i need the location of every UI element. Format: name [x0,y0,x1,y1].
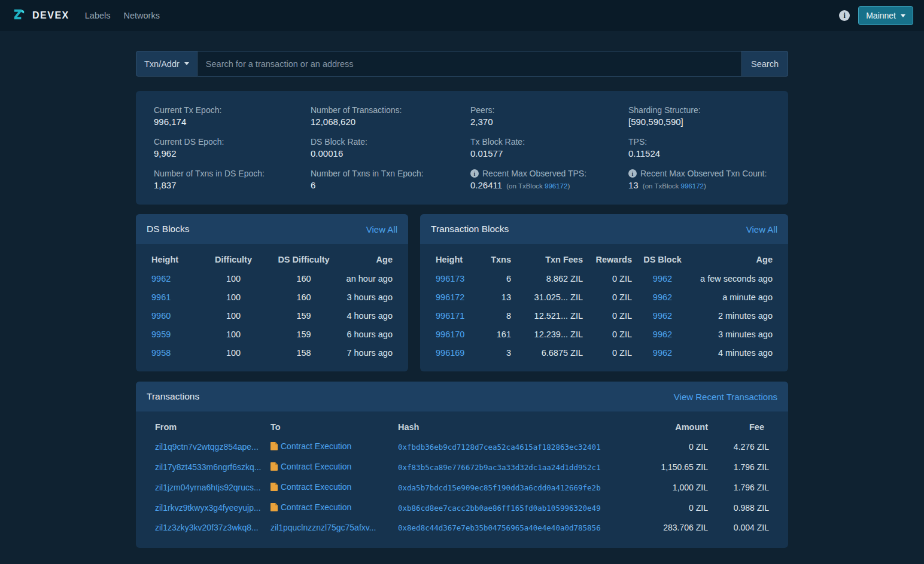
cell-age: 4 minutes ago [688,343,777,362]
ds-block-height-link[interactable]: 9960 [151,311,171,321]
table-row: zil1q9ctn7v2wtqgz854ape... Contract Exec… [150,437,774,457]
ds-block-link[interactable]: 9962 [653,292,672,302]
contract-file-icon [270,503,278,513]
tx-block-height-link[interactable]: 996172 [436,292,464,302]
ds-blocks-table: Height Difficulty DS Difficulty Age 9962… [147,249,397,362]
txn-hash-link[interactable]: 0xda5b7bdcd15e909ec85f190dd3a6cdd0a41266… [398,483,601,492]
table-row: 9959 100 159 6 hours ago [147,325,397,343]
cell-difficulty: 100 [200,306,266,325]
stat-sharding-structure: Sharding Structure: [590,590,590] [628,105,770,127]
transaction-blocks-table: Height Txns Txn Fees Rewards DS Block Ag… [431,249,777,362]
to-contract-link[interactable]: Contract Execution [281,462,351,471]
transaction-blocks-view-all-link[interactable]: View All [746,224,777,234]
stat-number-of-transactions: Number of Transactions: 12,068,620 [311,105,470,127]
cell-amount: 1,000 ZIL [623,477,713,498]
to-address-link[interactable]: zil1pquclnzznzl75gc75afxv... [270,523,376,532]
ds-block-height-link[interactable]: 9959 [151,330,171,339]
transactions-table: From To Hash Amount Fee zil1q9ctn7v2wtqg… [150,416,774,537]
brand-text: DEVEX [32,10,69,21]
navbar-right: i Mainnet [839,6,913,25]
txn-hash-link[interactable]: 0x8ed8c44d367e7eb35b04756965a40e4e40a0d7… [398,523,601,532]
stat-note: (on TxBlock 996172) [643,182,706,190]
network-label: Mainnet [866,11,896,20]
cell-txn-fees: 31.025... ZIL [516,288,588,306]
table-row: 996172 13 31.025... ZIL 0 ZIL 9962 a min… [431,288,777,306]
tx-block-height-link[interactable]: 996173 [436,274,464,283]
to-contract-link[interactable]: Contract Execution [281,441,351,451]
search-button[interactable]: Search [742,51,788,77]
cell-txns: 161 [480,325,516,343]
transaction-blocks-card: Transaction Blocks View All Height Txns … [420,214,788,371]
ds-block-height-link[interactable]: 9961 [151,292,171,302]
stat-recent-max-observed-tps: i Recent Max Observed TPS: 0.26411 (on T… [470,169,628,190]
stat-tx-block-rate: Tx Block Rate: 0.01577 [470,137,628,158]
column-header-height: Height [147,249,200,269]
tx-block-height-link[interactable]: 996169 [436,348,464,358]
ds-blocks-view-all-link[interactable]: View All [366,224,397,234]
brand-home-link[interactable]: DEVEX [11,7,69,25]
table-row: zil1jzm04yrna6htjs92qrucs... Contract Ex… [150,477,774,498]
cell-ds-difficulty: 158 [266,343,341,362]
to-contract-link[interactable]: Contract Execution [281,502,351,512]
column-header-from: From [150,416,266,437]
stat-current-ds-epoch: Current DS Epoch: 9,962 [154,137,311,158]
tx-block-height-link[interactable]: 996170 [436,330,464,339]
from-address-link[interactable]: zil17y8zt4533m6ngrf6szkq... [155,462,261,472]
search-bar: Txn/Addr Search [136,51,788,77]
nav-link-networks[interactable]: Networks [123,11,159,20]
view-recent-transactions-link[interactable]: View Recent Transactions [674,392,777,402]
tx-block-height-link[interactable]: 996171 [436,311,464,321]
zilliqa-logo-icon [11,7,27,25]
txn-hash-link[interactable]: 0xf83b5ca89e776672b9ac3a33d32dc1aa24d1dd… [398,463,601,472]
table-row: 9958 100 158 7 hours ago [147,343,397,362]
cell-difficulty: 100 [200,325,266,343]
cell-amount: 0 ZIL [623,498,713,518]
cell-txns: 3 [480,343,516,362]
network-selector-button[interactable]: Mainnet [858,6,913,25]
cell-age: 3 minutes ago [688,325,777,343]
column-header-txn-fees: Txn Fees [516,249,588,269]
from-address-link[interactable]: zil1rkvz9tkwyx3g4fyeeyujp... [155,503,261,513]
cell-fee: 1.796 ZIL [713,457,774,477]
cell-rewards: 0 ZIL [588,306,637,325]
cell-ds-difficulty: 159 [266,325,341,343]
ds-block-link[interactable]: 9962 [653,311,672,321]
txblock-link[interactable]: 996172 [681,182,704,190]
column-header-ds-block: DS Block [637,249,688,269]
cell-rewards: 0 ZIL [588,269,637,288]
cell-fee: 0.988 ZIL [713,498,774,518]
column-header-rewards: Rewards [588,249,637,269]
from-address-link[interactable]: zil1z3zky3kv20f37z3wkq8... [155,523,259,532]
table-row: 996173 6 8.862 ZIL 0 ZIL 9962 a few seco… [431,269,777,288]
table-row: 996169 3 6.6875 ZIL 0 ZIL 9962 4 minutes… [431,343,777,362]
to-contract-link[interactable]: Contract Execution [281,482,351,492]
network-stats-panel: Current Tx Epoch: 996,174 Number of Tran… [136,91,788,205]
column-header-amount: Amount [623,416,713,437]
search-input[interactable] [197,51,742,77]
cell-difficulty: 100 [200,288,266,306]
nav-link-labels[interactable]: Labels [85,11,111,20]
ds-blocks-card: DS Blocks View All Height Difficulty DS … [136,214,408,371]
chevron-down-icon [184,62,189,65]
info-circle-icon[interactable]: i [839,10,850,21]
search-type-label: Txn/Addr [144,59,180,69]
from-address-link[interactable]: zil1jzm04yrna6htjs92qrucs... [155,483,261,492]
ds-block-link[interactable]: 9962 [653,330,672,339]
stat-peers: Peers: 2,370 [470,105,628,127]
column-header-txns: Txns [480,249,516,269]
txblock-link[interactable]: 996172 [545,182,567,190]
stat-ds-block-rate: DS Block Rate: 0.00016 [311,137,470,158]
search-type-dropdown[interactable]: Txn/Addr [136,51,197,77]
column-header-age: Age [688,249,777,269]
txn-hash-link[interactable]: 0xb86cd8ee7cacc2bb0ae86ff165fd0ab1059963… [398,504,601,513]
cell-rewards: 0 ZIL [588,343,637,362]
txn-hash-link[interactable]: 0xfbdb36eb9cd7128d7cea52ca4615af182863ec… [398,443,601,452]
ds-block-link[interactable]: 9962 [653,348,672,358]
from-address-link[interactable]: zil1q9ctn7v2wtqgz854ape... [155,442,259,452]
top-navbar: DEVEX Labels Networks i Mainnet [0,0,924,31]
ds-block-height-link[interactable]: 9962 [151,274,171,283]
ds-block-height-link[interactable]: 9958 [151,348,171,358]
ds-block-link[interactable]: 9962 [653,274,672,283]
cell-difficulty: 100 [200,269,266,288]
transaction-blocks-title: Transaction Blocks [431,224,509,234]
